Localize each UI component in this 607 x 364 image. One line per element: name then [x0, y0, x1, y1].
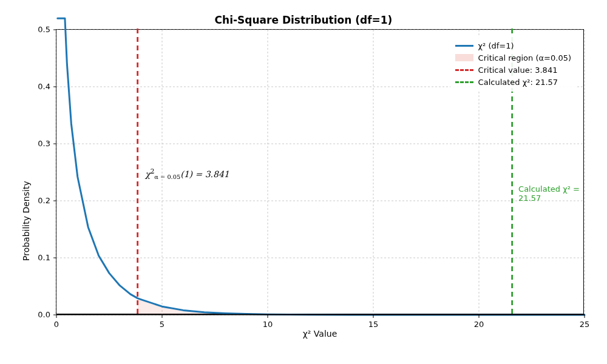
- svg-text:0.4: 0.4: [38, 82, 50, 91]
- plot-area: 05101520250.00.10.20.30.40.5 χ² (df=1) C…: [56, 29, 584, 314]
- legend-swatch-line: [455, 41, 473, 50]
- legend-entry-crit: Critical value: 3.841: [455, 64, 571, 76]
- svg-text:10: 10: [263, 320, 273, 329]
- svg-text:0.1: 0.1: [38, 253, 50, 262]
- legend-swatch-red-dash: [455, 66, 473, 74]
- svg-text:20: 20: [474, 320, 484, 329]
- annotation-critical-formula: χ2α = 0.05(1) = 3.841: [145, 167, 229, 180]
- chart-title: Chi-Square Distribution (df=1): [0, 14, 607, 26]
- legend-label-region: Critical region (α=0.05): [478, 53, 571, 62]
- svg-text:15: 15: [368, 320, 379, 329]
- legend-label-crit: Critical value: 3.841: [478, 66, 558, 75]
- svg-text:0.2: 0.2: [38, 196, 50, 205]
- legend-label-calc: Calculated χ²: 21.57: [478, 78, 558, 87]
- x-axis-label: χ² Value: [56, 329, 584, 339]
- legend-entry-calc: Calculated χ²: 21.57: [455, 76, 571, 88]
- svg-text:5: 5: [160, 320, 164, 329]
- svg-text:0.3: 0.3: [38, 139, 50, 148]
- legend: χ² (df=1) Critical region (α=0.05) Criti…: [450, 36, 576, 92]
- y-axis-label: Probability Density: [21, 181, 31, 261]
- legend-swatch-green-dash: [455, 78, 473, 86]
- svg-text:25: 25: [580, 320, 590, 329]
- legend-entry-curve: χ² (df=1): [455, 39, 571, 52]
- svg-text:0.0: 0.0: [38, 310, 50, 319]
- svg-text:0.5: 0.5: [38, 25, 50, 34]
- annotation-calculated: Calculated χ² = 21.57: [518, 184, 583, 203]
- chart-figure: Chi-Square Distribution (df=1) 051015202…: [0, 0, 607, 364]
- legend-swatch-fill: [455, 53, 473, 62]
- svg-text:0: 0: [54, 320, 59, 329]
- legend-label-curve: χ² (df=1): [478, 41, 514, 50]
- legend-entry-region: Critical region (α=0.05): [455, 52, 571, 64]
